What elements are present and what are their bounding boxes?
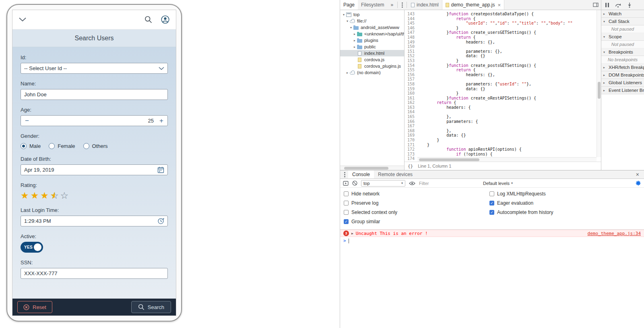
clock-icon[interactable] <box>157 218 164 224</box>
code-line[interactable]: 145 "userId": "","id": "","title": "","b… <box>405 21 601 26</box>
star-1[interactable]: ★ <box>21 191 29 200</box>
debugger-section-header[interactable]: ▸DOM Breakpoints <box>601 71 644 79</box>
error-source-link[interactable]: demo_theme_app.js:34 <box>588 231 641 236</box>
debugger-section-header[interactable]: ▸Global Listeners <box>601 79 644 87</box>
close-icon[interactable]: × <box>632 170 643 179</box>
code-line[interactable]: 144 return { <box>405 17 601 21</box>
log-levels-dropdown[interactable]: Default levels▾ <box>483 181 513 186</box>
tree-item[interactable]: ▾android_asset/www <box>340 24 404 31</box>
user-id-select[interactable]: -- Select User Id -- <box>21 63 168 74</box>
drawer-menu-icon[interactable] <box>341 170 348 179</box>
debugger-section-header[interactable]: ▾Scope <box>601 33 644 41</box>
debugger-section-header[interactable]: ▸Watch <box>601 10 644 18</box>
code-line[interactable]: 168 }, <box>405 129 601 133</box>
tab-filesystem[interactable]: Filesystem <box>358 0 387 10</box>
tab-page[interactable]: Page <box>340 0 358 10</box>
console-setting-checkbox[interactable]: Preserve log <box>344 200 489 206</box>
search-icon[interactable] <box>144 16 152 23</box>
tree-horizontal-scrollbar[interactable] <box>340 166 404 170</box>
console-sidebar-icon[interactable] <box>343 181 349 186</box>
code-line[interactable]: 164 <box>405 110 601 114</box>
chevron-down-icon[interactable] <box>19 17 26 22</box>
code-lines[interactable]: 143 }function createpostdataDataType() {… <box>405 10 601 162</box>
code-line[interactable]: 166 parameters: { <box>405 119 601 124</box>
code-line[interactable]: 158 parameters: {"userId": ""}, <box>405 82 601 87</box>
debugger-section-header[interactable]: ▾Breakpoints <box>601 48 644 56</box>
editor-horizontal-scrollbar[interactable] <box>417 157 597 162</box>
code-line[interactable]: 170 } <box>405 138 601 143</box>
file-tab-demo-theme-app-js[interactable]: demo_theme_app.js × <box>442 0 504 10</box>
pause-icon[interactable] <box>605 3 609 7</box>
star-2[interactable]: ★ <box>31 191 39 200</box>
tree-item[interactable]: ▸(no domain) <box>340 69 404 76</box>
step-over-icon[interactable] <box>615 2 621 8</box>
tree-item[interactable]: index.html <box>340 50 404 56</box>
code-line[interactable]: 155 return { <box>405 68 601 73</box>
code-line[interactable]: 161 }function create_oRestAPISettings() … <box>405 96 601 101</box>
gender-radio-female[interactable]: Female <box>49 143 75 149</box>
code-line[interactable]: 148 return { <box>405 35 601 40</box>
reset-button[interactable]: Reset <box>17 301 52 313</box>
active-toggle[interactable]: YES <box>21 242 43 253</box>
age-value[interactable]: 25 <box>33 118 155 124</box>
code-line[interactable]: 150 <box>405 44 601 49</box>
code-line[interactable]: 147 }function create_usersGETSettings() … <box>405 30 601 35</box>
code-line[interactable]: 171 } <box>405 143 601 147</box>
code-line[interactable]: 157 <box>405 77 601 82</box>
tree-item[interactable]: ▸plugins <box>340 37 404 44</box>
console-setting-checkbox[interactable]: Selected context only <box>344 210 489 215</box>
dob-input[interactable] <box>24 167 157 173</box>
console-prompt[interactable]: > <box>340 237 644 245</box>
ssn-input[interactable] <box>24 270 164 276</box>
age-increment-button[interactable]: + <box>155 116 167 126</box>
clear-console-icon[interactable] <box>352 181 357 186</box>
gender-radio-others[interactable]: Others <box>83 143 108 149</box>
live-expression-eye-icon[interactable] <box>409 181 415 185</box>
console-setting-checkbox[interactable]: ✓Autocomplete from history <box>489 210 553 215</box>
star-3[interactable]: ★ <box>40 191 49 200</box>
tab-remote-devices[interactable]: Remote devices <box>374 170 417 179</box>
context-selector[interactable]: top▾ <box>361 180 405 187</box>
search-button[interactable]: Search <box>131 301 171 313</box>
console-setting-checkbox[interactable]: ✓Eager evaluation <box>489 200 553 206</box>
nav-overflow-chevrons[interactable]: » <box>387 0 396 10</box>
code-line[interactable]: 169 data: {} <box>405 133 601 138</box>
gender-radio-male[interactable]: Male <box>21 143 41 149</box>
code-line[interactable]: 160 } <box>405 91 601 96</box>
star-5[interactable]: ☆ <box>60 191 69 200</box>
code-line[interactable]: 163 headers: { <box>405 105 601 110</box>
tree-item[interactable]: ▾file:// <box>340 18 404 24</box>
tab-console[interactable]: Console <box>348 170 374 179</box>
avatar-icon[interactable] <box>161 15 169 24</box>
expand-triangle-icon[interactable]: ▶ <box>351 232 353 235</box>
code-line[interactable]: 153 } <box>405 58 601 63</box>
tree-item[interactable]: ▸public <box>340 44 404 50</box>
step-into-icon[interactable] <box>627 2 632 8</box>
code-line[interactable]: 156 headers: {}, <box>405 73 601 77</box>
debugger-section-header[interactable]: ▾Call Stack <box>601 18 644 25</box>
code-line[interactable]: 143 }function createpostdataDataType() { <box>405 12 601 17</box>
tree-item[interactable]: ▾top <box>340 11 404 18</box>
navigator-menu-icon[interactable] <box>398 0 406 10</box>
console-error-row[interactable]: 3 ▶ Uncaught This is an error ! demo_the… <box>340 230 644 237</box>
code-line[interactable]: 146 } <box>405 26 601 31</box>
code-line[interactable]: 167 <box>405 124 601 129</box>
code-line[interactable]: 173 if (!options) { <box>405 152 601 157</box>
code-line[interactable]: 172 function apioRestAPI(options) { <box>405 147 601 152</box>
file-tab-index-html[interactable]: index.html <box>408 0 442 10</box>
login-time-input[interactable] <box>24 218 157 224</box>
console-settings-gear-icon[interactable] <box>635 180 641 186</box>
tree-item[interactable]: cordova.js <box>340 56 404 63</box>
code-line[interactable]: 165 }, <box>405 114 601 119</box>
editor-vertical-scrollbar[interactable] <box>597 10 601 157</box>
age-decrement-button[interactable]: − <box>21 116 33 126</box>
debugger-section-header[interactable]: ▸Event Listener Breakpoints <box>601 87 644 94</box>
console-setting-checkbox[interactable]: Log XMLHttpRequests <box>489 191 553 197</box>
toggle-sidebar-icon[interactable] <box>590 0 601 10</box>
debugger-section-header[interactable]: ▸XHR/fetch Breakpoints <box>601 64 644 71</box>
calendar-icon[interactable] <box>157 166 164 173</box>
pretty-print-button[interactable]: {} <box>408 164 413 169</box>
code-line[interactable]: 152 data: {} <box>405 54 601 58</box>
star-4[interactable]: ☆★ <box>50 191 59 200</box>
code-line[interactable]: 154 }function create_postsGETSettings() … <box>405 63 601 68</box>
